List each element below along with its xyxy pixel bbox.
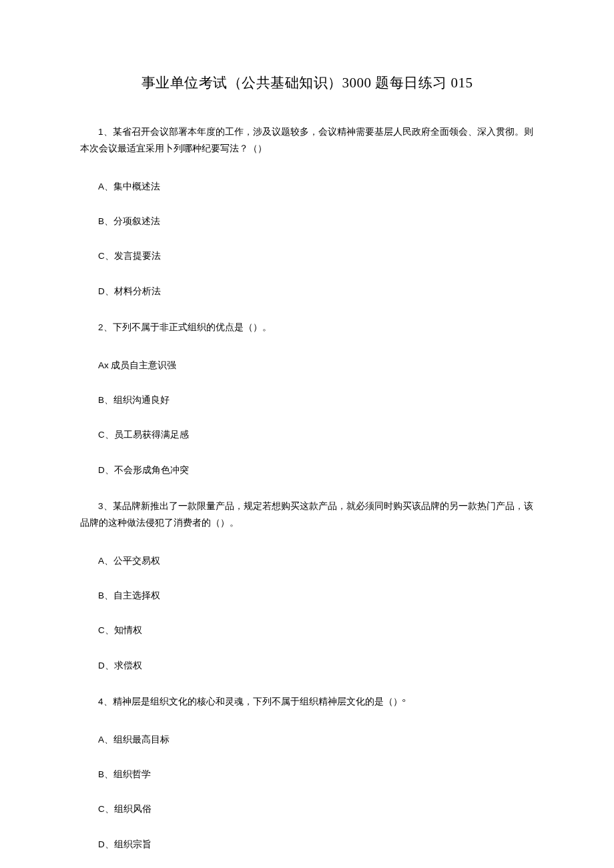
option-label: A <box>98 181 104 191</box>
option-c: C、组织风俗 <box>80 803 534 816</box>
option-sep: 、 <box>104 769 113 779</box>
option-a: A、集中概述法 <box>80 180 534 193</box>
option-label: B <box>98 216 104 226</box>
option-text: 知情权 <box>114 625 142 635</box>
option-sep: 、 <box>104 590 113 600</box>
question-text: 、某品牌新推出了一款限量产品，规定若想购买这款产品，就必须同时购买该品牌的另一款… <box>80 501 533 528</box>
option-label: D <box>98 286 105 296</box>
option-b: B、组织沟通良好 <box>80 394 534 407</box>
option-text: 材料分析法 <box>114 286 161 296</box>
option-label: D <box>98 839 105 849</box>
option-label: A <box>98 735 104 745</box>
option-d: D、组织宗旨 <box>80 838 534 851</box>
option-text: 发言提要法 <box>114 251 161 261</box>
option-text: 集中概述法 <box>113 181 160 191</box>
option-label: B <box>98 395 104 405</box>
option-sep: 、 <box>105 625 114 635</box>
option-text: 分项叙述法 <box>113 216 160 226</box>
question-block-1: 1、某省召开会议部署本年度的工作，涉及议题较多，会议精神需要基层人民政府全面领会… <box>80 124 534 298</box>
option-sep: 、 <box>105 839 114 849</box>
option-text: 成员自主意识强 <box>109 360 176 370</box>
option-label: C <box>98 430 105 440</box>
question-number: 2 <box>98 322 103 332</box>
option-sep: 、 <box>104 556 113 566</box>
option-label: C <box>98 625 105 635</box>
option-d: D、不会形成角色冲突 <box>80 464 534 477</box>
option-label: B <box>98 590 104 600</box>
option-sep: 、 <box>105 804 114 814</box>
option-text: 组织最高目标 <box>113 735 170 745</box>
option-sep: 、 <box>104 735 113 745</box>
question-block-3: 3、某品牌新推出了一款限量产品，规定若想购买这款产品，就必须同时购买该品牌的另一… <box>80 498 534 673</box>
option-sep: 、 <box>105 661 114 671</box>
question-text: 、某省召开会议部署本年度的工作，涉及议题较多，会议精神需要基层人民政府全面领会、… <box>80 127 533 153</box>
question-text: 、下列不属于非正式组织的优点是（）。 <box>103 322 272 332</box>
option-text: 组织哲学 <box>113 769 151 779</box>
option-text: 不会形成角色冲突 <box>114 465 189 475</box>
option-d: D、材料分析法 <box>80 285 534 298</box>
option-b: B、分项叙述法 <box>80 215 534 228</box>
option-text: 公平交易权 <box>113 556 160 566</box>
question-block-4: 4、精神层是组织文化的核心和灵魂，下列不属于组织精神层文化的是（）° A、组织最… <box>80 694 534 851</box>
option-text: 组织沟通良好 <box>113 395 170 405</box>
option-label: C <box>98 251 105 261</box>
option-label: A <box>98 556 104 566</box>
option-sep: 、 <box>104 181 113 191</box>
option-sep: 、 <box>105 251 114 261</box>
option-sep: 、 <box>105 430 114 440</box>
option-c: C、知情权 <box>80 624 534 637</box>
option-label: C <box>98 804 105 814</box>
question-text: 、精神层是组织文化的核心和灵魂，下列不属于组织精神层文化的是（）° <box>103 697 406 707</box>
option-d: D、求偿权 <box>80 659 534 673</box>
question-number: 3 <box>98 501 103 511</box>
question-stem: 4、精神层是组织文化的核心和灵魂，下列不属于组织精神层文化的是（）° <box>80 694 534 711</box>
option-b: B、组织哲学 <box>80 768 534 781</box>
title-code: 015 <box>451 75 473 91</box>
title-number: 3000 <box>342 75 372 91</box>
option-c: C、发言提要法 <box>80 250 534 263</box>
option-b: B、自主选择权 <box>80 589 534 602</box>
option-sep: 、 <box>105 465 114 475</box>
question-stem: 3、某品牌新推出了一款限量产品，规定若想购买这款产品，就必须同时购买该品牌的另一… <box>80 498 534 532</box>
option-a: A、组织最高目标 <box>80 733 534 747</box>
option-text: 自主选择权 <box>113 590 160 600</box>
option-label: Ax <box>98 360 109 370</box>
title-suffix: 题每日练习 <box>375 75 447 91</box>
option-a: A、公平交易权 <box>80 554 534 568</box>
option-text: 组织宗旨 <box>114 839 151 849</box>
option-sep: 、 <box>104 395 113 405</box>
option-c: C、员工易获得满足感 <box>80 428 534 442</box>
option-a: Ax 成员自主意识强 <box>80 359 534 372</box>
option-label: D <box>98 661 105 671</box>
option-label: D <box>98 465 105 475</box>
question-number: 4 <box>98 697 103 707</box>
title-prefix: 事业单位考试（公共基础知识） <box>141 75 342 91</box>
page-title: 事业单位考试（公共基础知识）3000 题每日练习 015 <box>80 73 534 92</box>
option-text: 员工易获得满足感 <box>114 430 189 440</box>
question-stem: 1、某省召开会议部署本年度的工作，涉及议题较多，会议精神需要基层人民政府全面领会… <box>80 124 534 157</box>
option-text: 组织风俗 <box>114 804 151 814</box>
option-text: 求偿权 <box>114 661 142 671</box>
option-label: B <box>98 769 104 779</box>
option-sep: 、 <box>105 286 114 296</box>
question-block-2: 2、下列不属于非正式组织的优点是（）。 Ax 成员自主意识强 B、组织沟通良好 … <box>80 320 534 477</box>
question-stem: 2、下列不属于非正式组织的优点是（）。 <box>80 320 534 336</box>
question-number: 1 <box>98 127 103 137</box>
option-sep: 、 <box>104 216 113 226</box>
